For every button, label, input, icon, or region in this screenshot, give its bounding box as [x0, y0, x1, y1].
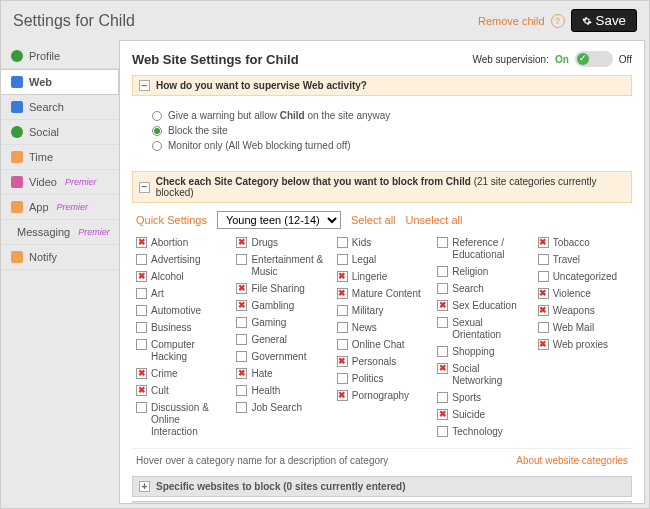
category-item[interactable]: General	[236, 334, 326, 346]
radio-warn[interactable]: Give a warning but allow Child on the si…	[152, 110, 612, 121]
section-supervise-head[interactable]: − How do you want to supervise Web activ…	[132, 75, 632, 96]
category-label: Drugs	[251, 237, 278, 249]
category-item[interactable]: ✖Mature Content	[337, 288, 427, 300]
page-title: Settings for Child	[13, 12, 478, 30]
sidebar-item-label: App	[29, 201, 49, 213]
category-item[interactable]: ✖Sex Education	[437, 300, 527, 312]
category-item[interactable]: Government	[236, 351, 326, 363]
category-item[interactable]: Sexual Orientation	[437, 317, 527, 341]
topbar: Settings for Child Remove child ? Save	[1, 1, 649, 40]
category-label: Automotive	[151, 305, 201, 317]
sidebar-item-label: Web	[29, 76, 52, 88]
category-item[interactable]: ✖Tobacco	[538, 237, 628, 249]
category-item[interactable]: ✖Drugs	[236, 237, 326, 249]
remove-child-link[interactable]: Remove child	[478, 15, 545, 27]
sidebar-item-app[interactable]: AppPremier	[1, 195, 119, 220]
checkbox-icon	[136, 322, 147, 333]
category-item[interactable]: Entertainment & Music	[236, 254, 326, 278]
category-item[interactable]: Computer Hacking	[136, 339, 226, 363]
category-item[interactable]: Religion	[437, 266, 527, 278]
category-item[interactable]: News	[337, 322, 427, 334]
category-item[interactable]: ✖Pornography	[337, 390, 427, 402]
category-item[interactable]: Travel	[538, 254, 628, 266]
section-allow-specific[interactable]: + Specific websites to allow (3 sites cu…	[132, 501, 632, 504]
select-all-link[interactable]: Select all	[351, 214, 396, 226]
checkbox-icon	[236, 351, 247, 362]
category-item[interactable]: Reference / Educational	[437, 237, 527, 261]
category-item[interactable]: Uncategorized	[538, 271, 628, 283]
checkbox-icon	[337, 339, 348, 350]
category-item[interactable]: ✖File Sharing	[236, 283, 326, 295]
category-label: Lingerie	[352, 271, 388, 283]
checkbox-checked-icon: ✖	[437, 300, 448, 311]
category-item[interactable]: ✖Web proxies	[538, 339, 628, 351]
category-item[interactable]: Online Chat	[337, 339, 427, 351]
section-categories-head[interactable]: − Check each Site Category below that yo…	[132, 171, 632, 203]
category-item[interactable]: Job Search	[236, 402, 326, 414]
quick-settings-select[interactable]: Young teen (12-14)	[217, 211, 341, 229]
checkbox-checked-icon: ✖	[437, 363, 448, 374]
sidebar-item-label: Time	[29, 151, 53, 163]
expand-icon: +	[139, 481, 150, 492]
category-label: Kids	[352, 237, 371, 249]
about-categories-link[interactable]: About website categories	[516, 455, 628, 466]
category-item[interactable]: Technology	[437, 426, 527, 438]
category-item[interactable]: ✖Violence	[538, 288, 628, 300]
category-item[interactable]: ✖Suicide	[437, 409, 527, 421]
category-item[interactable]: ✖Weapons	[538, 305, 628, 317]
checkbox-checked-icon: ✖	[437, 409, 448, 420]
checkbox-icon	[136, 305, 147, 316]
category-item[interactable]: Gaming	[236, 317, 326, 329]
category-label: Military	[352, 305, 384, 317]
save-label: Save	[596, 13, 626, 28]
category-label: Violence	[553, 288, 591, 300]
sidebar-item-social[interactable]: Social	[1, 120, 119, 145]
category-item[interactable]: Automotive	[136, 305, 226, 317]
category-item[interactable]: Shopping	[437, 346, 527, 358]
category-item[interactable]: Web Mail	[538, 322, 628, 334]
category-item[interactable]: Kids	[337, 237, 427, 249]
radio-block[interactable]: Block the site	[152, 125, 612, 136]
category-item[interactable]: Sports	[437, 392, 527, 404]
checkbox-checked-icon: ✖	[136, 237, 147, 248]
category-item[interactable]: ✖Gambling	[236, 300, 326, 312]
sidebar-item-search[interactable]: Search	[1, 95, 119, 120]
sidebar-item-profile[interactable]: Profile	[1, 44, 119, 69]
checkbox-icon	[437, 266, 448, 277]
sidebar-item-video[interactable]: VideoPremier	[1, 170, 119, 195]
category-item[interactable]: Advertising	[136, 254, 226, 266]
sidebar-item-notify[interactable]: Notify	[1, 245, 119, 270]
category-item[interactable]: Search	[437, 283, 527, 295]
category-item[interactable]: ✖Alcohol	[136, 271, 226, 283]
checkbox-icon	[437, 237, 448, 248]
category-item[interactable]: Legal	[337, 254, 427, 266]
category-item[interactable]: ✖Cult	[136, 385, 226, 397]
category-item[interactable]: Military	[337, 305, 427, 317]
sidebar-item-web[interactable]: Web	[1, 69, 119, 95]
category-item[interactable]: ✖Lingerie	[337, 271, 427, 283]
category-item[interactable]: ✖Hate	[236, 368, 326, 380]
supervision-toggle[interactable]: ✓	[575, 51, 613, 67]
category-item[interactable]: Business	[136, 322, 226, 334]
sidebar-item-time[interactable]: Time	[1, 145, 119, 170]
category-item[interactable]: Health	[236, 385, 326, 397]
category-label: Discussion & Online Interaction	[151, 402, 226, 438]
help-icon[interactable]: ?	[551, 14, 565, 28]
section-supervise-title: How do you want to supervise Web activit…	[156, 80, 367, 91]
section-block-specific[interactable]: + Specific websites to block (0 sites cu…	[132, 476, 632, 497]
checkbox-checked-icon: ✖	[337, 390, 348, 401]
radio-monitor[interactable]: Monitor only (All Web blocking turned of…	[152, 140, 612, 151]
category-item[interactable]: Discussion & Online Interaction	[136, 402, 226, 438]
category-item[interactable]: Art	[136, 288, 226, 300]
category-item[interactable]: ✖Abortion	[136, 237, 226, 249]
save-button-top[interactable]: Save	[571, 9, 637, 32]
unselect-all-link[interactable]: Unselect all	[406, 214, 463, 226]
category-item[interactable]: ✖Personals	[337, 356, 427, 368]
category-item[interactable]: ✖Social Networking	[437, 363, 527, 387]
category-item[interactable]: Politics	[337, 373, 427, 385]
checkbox-checked-icon: ✖	[538, 305, 549, 316]
checkbox-icon	[337, 237, 348, 248]
sidebar-item-messaging[interactable]: MessagingPremier	[1, 220, 119, 245]
checkbox-icon	[236, 385, 247, 396]
category-item[interactable]: ✖Crime	[136, 368, 226, 380]
